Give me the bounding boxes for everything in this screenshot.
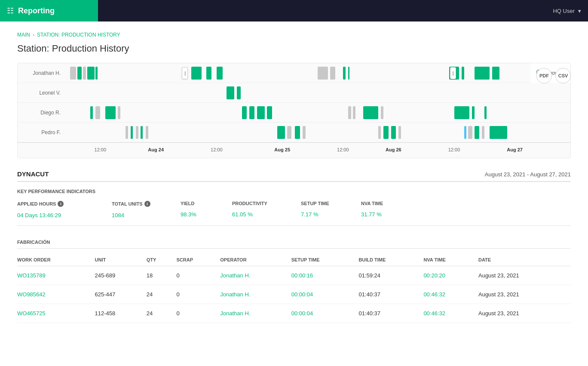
kpi-total-units: TOTAL UNITS i 1084 [112,201,181,218]
table-cell[interactable]: Jonathan H. [220,285,291,304]
gantt-label-jonathan: Jonathan H. [18,70,65,76]
gantt-track-jonathan [65,63,570,83]
export-area: PDF CSV [536,68,571,83]
date-range: August 23, 2021 - August 27, 2021 [485,171,571,178]
table-cell: 625-447 [95,285,147,304]
gantt-tick-3: Aug 25 [274,147,290,152]
table-cell: 01:59:24 [358,266,423,285]
app-icon: ☷ [7,6,14,15]
th-qty: QTY [147,254,177,266]
breadcrumb-separator: › [33,32,34,38]
table-cell[interactable]: 00:46:32 [423,304,478,323]
kpi-yield-label: YIELD [181,201,194,206]
gantt-tick-4: 12:00 [337,147,349,152]
section-header: DYNACUT August 23, 2021 - August 27, 202… [17,170,571,182]
app-title: Reporting [18,6,55,15]
gantt-tick-2: 12:00 [211,147,223,152]
table-cell[interactable]: WO135789 [17,266,95,285]
gantt-track-diego [65,103,570,122]
gantt-bars-jonathan [65,67,570,80]
gantt-label-pedro: Pedro F. [18,129,65,135]
kpi-yield-value: 98.3% [181,211,232,218]
kpi-nva-time-value: 31.77 % [361,211,421,218]
kpi-setup-time-header: SETUP TIME [301,201,361,206]
gantt-tick-6: 12:00 [448,147,460,152]
gantt-slider-left[interactable]: || [181,63,189,83]
kpi-productivity-label: PRODUCTIVITY [232,201,267,206]
info-icon-applied-hours: i [58,201,64,207]
table-cell[interactable]: 00:00:16 [291,266,359,285]
table-cell: August 23, 2021 [478,285,571,304]
th-scrap: SCRAP [177,254,220,266]
table-cell: 0 [177,266,220,285]
page-title: Station: Production History [17,43,571,54]
fabricacion-table: WORK ORDER UNIT QTY SCRAP OPERATOR SETUP… [17,254,571,323]
table-cell: August 23, 2021 [478,304,571,323]
slider-handle-inner-left: || [182,67,188,79]
th-unit: UNIT [95,254,147,266]
table-header: WORK ORDER UNIT QTY SCRAP OPERATOR SETUP… [17,254,571,266]
kpi-total-units-value: 1084 [112,212,181,218]
table-cell: 0 [177,304,220,323]
table-row: WO985642625-447240Jonathan H.00:00:0401:… [17,285,571,304]
kpi-productivity: PRODUCTIVITY 61.05 % [232,201,301,218]
breadcrumb-main[interactable]: MAIN [17,32,30,38]
user-menu[interactable]: HQ User ▾ [553,8,581,14]
gantt-tick-1: Aug 24 [148,147,164,152]
table-cell[interactable]: WO985642 [17,285,95,304]
th-build-time: BUILD TIME [358,254,423,266]
table-cell: 18 [147,266,177,285]
gantt-slider-right[interactable]: || [449,63,457,83]
table-cell: 24 [147,285,177,304]
table-header-row: WORK ORDER UNIT QTY SCRAP OPERATOR SETUP… [17,254,571,266]
table-cell[interactable]: WO465725 [17,304,95,323]
csv-button[interactable]: CSV [555,68,571,83]
kpi-applied-hours: APPLIED HOURS i 04 Days 13:46:29 [17,201,112,218]
gantt-row-jonathan: Jonathan H. [18,63,570,83]
table-cell[interactable]: 00:46:32 [423,285,478,304]
gantt-row-leonel: Leonel V. [18,83,570,103]
report-section: DYNACUT August 23, 2021 - August 27, 202… [17,170,571,226]
topnav: ☷ Reporting HQ User ▾ [0,0,588,22]
kpi-productivity-value: 61.05 % [232,211,301,218]
th-date: DATE [478,254,571,266]
table-cell: 0 [177,285,220,304]
table-cell: August 23, 2021 [478,266,571,285]
table-cell[interactable]: Jonathan H. [220,266,291,285]
kpi-setup-time: SETUP TIME 7.17 % [301,201,361,218]
user-name: HQ User [553,8,575,14]
company-name: DYNACUT [17,170,49,178]
kpi-yield-header: YIELD [181,201,232,206]
table-body: WO135789245-689180Jonathan H.00:00:1601:… [17,266,571,323]
kpi-label: KEY PERFORMANCE INDICATORS [17,189,571,194]
kpi-setup-time-value: 7.17 % [301,211,361,218]
kpi-nva-time-label: NVA TIME [361,201,383,206]
kpi-applied-hours-value: 04 Days 13:46:29 [17,212,112,218]
gantt-label-leonel: Leonel V. [18,90,65,96]
info-icon-total-units: i [144,201,150,207]
gantt-label-diego: Diego R. [18,110,65,116]
gantt-track-leonel [65,83,570,102]
table-cell[interactable]: 00:00:04 [291,285,359,304]
kpi-productivity-header: PRODUCTIVITY [232,201,301,206]
gantt-row-diego: Diego R. [18,103,570,123]
chevron-down-icon: ▾ [578,8,581,14]
gantt-row-pedro: Pedro F. [18,123,570,142]
table-cell[interactable]: Jonathan H. [220,304,291,323]
table-row: WO465725112-458240Jonathan H.00:00:0401:… [17,304,571,323]
table-cell: 112-458 [95,304,147,323]
pdf-button[interactable]: PDF [536,68,552,83]
table-cell[interactable]: 00:20:20 [423,266,478,285]
table-cell[interactable]: 00:00:04 [291,304,359,323]
gantt-bars-diego [65,106,570,119]
app-logo[interactable]: ☷ Reporting [0,0,98,22]
kpi-applied-hours-label: APPLIED HOURS [17,201,56,206]
main-content: MAIN › STATION: PRODUCTION HISTORY Stati… [0,22,588,347]
slider-handle-inner-right: || [450,67,456,79]
kpi-setup-time-label: SETUP TIME [301,201,329,206]
gantt-tick-0: 12:00 [95,147,107,152]
breadcrumb: MAIN › STATION: PRODUCTION HISTORY [17,32,571,38]
kpi-grid: APPLIED HOURS i 04 Days 13:46:29 TOTAL U… [17,201,571,226]
th-nva-time: NVA TIME [423,254,478,266]
th-operator: OPERATOR [220,254,291,266]
